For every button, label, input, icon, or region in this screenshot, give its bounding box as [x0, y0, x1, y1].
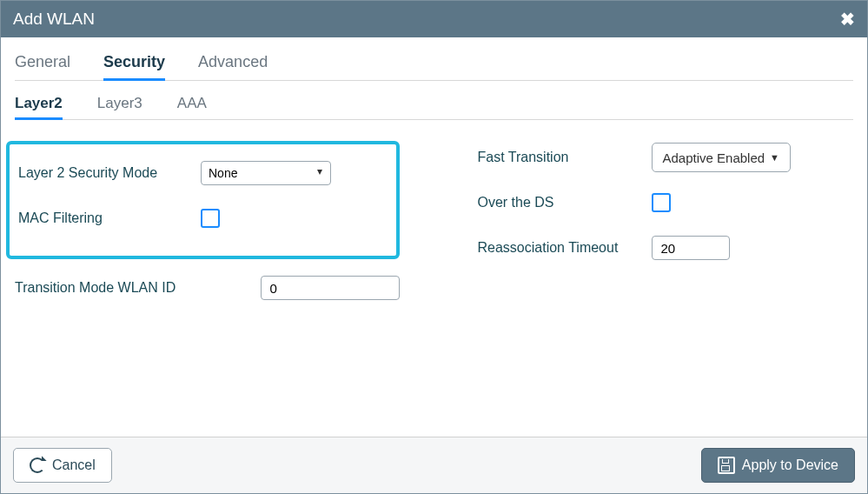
right-column: Fast Transition Adaptive Enabled ▼ Over …: [434, 141, 854, 437]
modal-footer: Cancel Apply to Device: [1, 437, 867, 493]
cancel-button[interactable]: Cancel: [13, 448, 112, 483]
tab-security[interactable]: Security: [103, 43, 165, 80]
modal-title: Add WLAN: [13, 10, 95, 29]
main-tabs: General Security Advanced: [15, 43, 853, 81]
label-fast-transition: Fast Transition: [478, 150, 652, 165]
checkbox-over-the-ds[interactable]: [652, 193, 671, 212]
row-reassociation-timeout: Reassociation Timeout: [478, 231, 854, 264]
label-over-the-ds: Over the DS: [478, 195, 652, 210]
subtab-aaa[interactable]: AAA: [177, 86, 207, 119]
input-transition-mode-wlan-id[interactable]: [261, 276, 400, 300]
input-reassociation-timeout[interactable]: [652, 236, 730, 260]
security-subtabs: Layer2 Layer3 AAA: [15, 86, 853, 120]
apply-button-label: Apply to Device: [742, 457, 838, 473]
save-icon: [718, 457, 735, 474]
row-mac-filtering: MAC Filtering: [18, 202, 388, 235]
row-l2-security-mode: Layer 2 Security Mode None: [18, 157, 388, 190]
row-fast-transition: Fast Transition Adaptive Enabled ▼: [478, 141, 854, 174]
label-l2-security-mode: Layer 2 Security Mode: [18, 165, 201, 181]
subtab-layer2[interactable]: Layer2: [15, 86, 63, 119]
cancel-button-label: Cancel: [52, 457, 96, 473]
tab-advanced[interactable]: Advanced: [198, 43, 268, 80]
apply-to-device-button[interactable]: Apply to Device: [701, 448, 855, 483]
row-transition-mode: Transition Mode WLAN ID: [15, 271, 400, 304]
close-icon[interactable]: ✖: [840, 9, 855, 30]
row-over-the-ds: Over the DS: [478, 186, 854, 219]
label-mac-filtering: MAC Filtering: [18, 210, 201, 226]
select-l2-security-mode[interactable]: None: [201, 161, 331, 185]
left-column: Layer 2 Security Mode None MAC Filtering…: [15, 141, 434, 437]
dropdown-fast-transition-value: Adaptive Enabled: [663, 150, 765, 165]
chevron-down-icon: ▼: [770, 152, 779, 163]
label-transition-mode: Transition Mode WLAN ID: [15, 280, 261, 296]
modal-body: General Security Advanced Layer2 Layer3 …: [1, 37, 867, 437]
highlight-box: Layer 2 Security Mode None MAC Filtering: [6, 141, 400, 259]
modal-titlebar: Add WLAN ✖: [1, 1, 867, 37]
subtab-layer3[interactable]: Layer3: [97, 86, 142, 119]
select-l2-security-mode-wrap: None: [201, 161, 331, 185]
label-reassociation-timeout: Reassociation Timeout: [478, 240, 652, 256]
dropdown-fast-transition[interactable]: Adaptive Enabled ▼: [652, 143, 791, 172]
tab-general[interactable]: General: [15, 43, 70, 80]
undo-icon: [30, 457, 45, 473]
checkbox-mac-filtering[interactable]: [201, 209, 220, 228]
add-wlan-modal: Add WLAN ✖ General Security Advanced Lay…: [0, 0, 868, 494]
form-area: Layer 2 Security Mode None MAC Filtering…: [15, 120, 853, 437]
